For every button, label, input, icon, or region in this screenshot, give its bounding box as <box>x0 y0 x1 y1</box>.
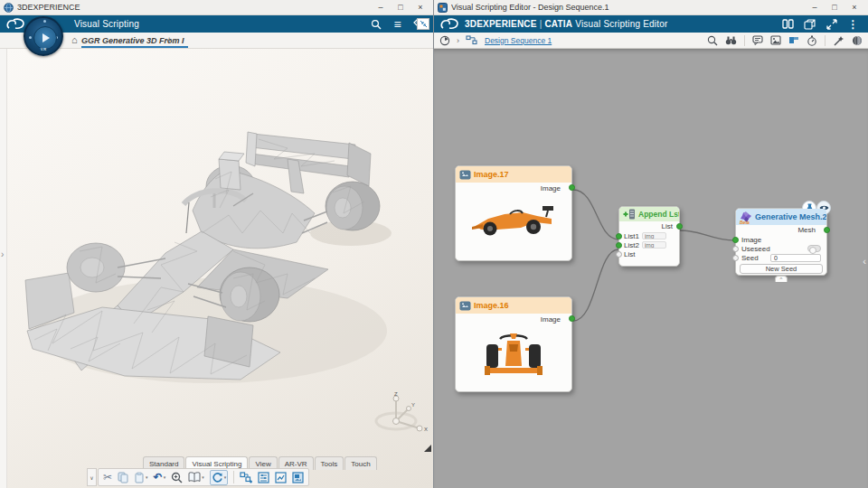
menu-icon[interactable]: ≡ <box>392 18 403 30</box>
magic-wand-icon[interactable] <box>833 35 844 46</box>
list2-value-input[interactable] <box>642 241 666 249</box>
wire-image17-to-list1 <box>573 190 618 239</box>
input-port-useseed[interactable] <box>732 246 739 252</box>
search-icon[interactable] <box>370 18 382 30</box>
input-port-list1[interactable] <box>616 233 622 239</box>
output-port-image[interactable] <box>569 315 575 322</box>
kebab-menu-icon[interactable]: ⋮ <box>847 18 859 30</box>
dropdown-caret[interactable]: ▾ <box>202 474 204 480</box>
collapse-panel-icon[interactable] <box>417 18 429 30</box>
close-button[interactable]: × <box>410 3 430 12</box>
port-label-mesh: Mesh <box>797 226 821 234</box>
output-port-mesh[interactable] <box>824 227 830 233</box>
3dexperience-compass[interactable]: V.R <box>24 16 63 56</box>
parameters-panel-icon[interactable] <box>258 472 269 483</box>
toolbar-separator <box>233 471 234 483</box>
svg-text:X: X <box>424 427 428 432</box>
history-icon[interactable] <box>439 35 450 46</box>
port-label-list1: List1 <box>624 232 639 240</box>
cube-window-icon[interactable] <box>804 18 816 30</box>
svg-text:Y: Y <box>411 402 415 408</box>
document-tab-bar: ⌂ GGR Generative 3D From I + <box>0 33 434 49</box>
node-title: Image.17 <box>474 170 509 179</box>
product-name: CATIA <box>544 19 572 29</box>
zoom-icon[interactable] <box>707 35 718 46</box>
output-port-image[interactable] <box>569 184 575 191</box>
window-3dexperience: 3DEXPERIENCE – □ × Visual Scripting ≡ <box>0 0 434 488</box>
input-port-list-variadic[interactable] <box>616 251 622 258</box>
right-window-title: Visual Scripting Editor - Design Sequenc… <box>451 3 805 12</box>
input-port-seed[interactable] <box>732 255 739 261</box>
seed-value-input[interactable] <box>770 254 821 262</box>
expand-left-panel-icon[interactable]: › <box>1 249 4 259</box>
breadcrumb-chevron-icon: › <box>457 36 459 45</box>
desktop: 3DEXPERIENCE – □ × Visual Scripting ≡ <box>0 0 868 488</box>
pin-pointer-icon[interactable] <box>788 35 799 45</box>
maximize-button[interactable]: □ <box>391 3 410 12</box>
stopwatch-icon[interactable] <box>807 35 817 46</box>
port-label-image: Image <box>541 184 566 192</box>
port-label-useseed: Useseed <box>741 245 770 253</box>
undo-icon[interactable]: ↶ ▾ <box>154 472 166 483</box>
port-label-list2: List2 <box>624 241 639 249</box>
media-view-icon[interactable] <box>292 472 304 483</box>
action-toolbar: ✂ ▾ ↶ ▾ ▾ <box>98 468 309 486</box>
minimize-button[interactable]: – <box>371 3 391 12</box>
breadcrumb-doc-link[interactable]: Design Sequence 1 <box>485 36 552 45</box>
cut-icon[interactable]: ✂ <box>103 472 112 483</box>
add-node-icon[interactable] <box>240 472 252 483</box>
minimize-button[interactable]: – <box>805 3 825 12</box>
right-appbar: 3DEXPERIENCE | CATIA Visual Scripting Ed… <box>434 15 868 33</box>
node-generative-mesh[interactable]: Generative Mesh.2 Beta Mesh Image Usesee… <box>735 208 827 276</box>
editor-name: Visual Scripting Editor <box>575 19 667 29</box>
node-image17[interactable]: Image.17 Image <box>455 165 572 261</box>
fullscreen-icon[interactable] <box>826 18 837 30</box>
left-appbar: Visual Scripting ≡ <box>0 15 434 33</box>
node-expand-chevron[interactable]: ^ <box>775 276 788 282</box>
brand-divider: | <box>540 19 542 29</box>
node-image16[interactable]: Image.16 Image <box>455 296 572 392</box>
node-graph-canvas[interactable]: Image.17 Image <box>434 49 868 488</box>
output-port-list[interactable] <box>676 223 683 230</box>
list1-value-input[interactable] <box>642 232 666 239</box>
svg-text:Z: Z <box>394 391 398 397</box>
new-seed-button[interactable]: New Seed <box>740 264 823 274</box>
dropdown-caret[interactable]: ▾ <box>146 474 148 480</box>
comment-icon[interactable] <box>752 35 763 45</box>
close-button[interactable]: × <box>844 3 864 12</box>
maximize-button[interactable]: □ <box>825 3 844 12</box>
3ds-logo <box>439 17 461 31</box>
port-label-seed: Seed <box>741 254 759 262</box>
new-tab-button[interactable]: + <box>166 34 172 45</box>
script-graph-icon[interactable] <box>466 35 478 45</box>
zoom-area-icon[interactable] <box>171 472 183 483</box>
globe-icon[interactable] <box>852 35 863 46</box>
port-label-list: List <box>624 250 635 258</box>
port-label-image: Image <box>541 315 566 324</box>
split-view-icon[interactable] <box>782 18 794 30</box>
node-title: Image.16 <box>474 301 509 310</box>
wire-list-to-image <box>680 230 735 240</box>
update-icon[interactable]: ▾ <box>210 470 229 485</box>
input-port-image[interactable] <box>732 237 739 243</box>
paste-icon[interactable]: ▾ <box>134 472 148 483</box>
useseed-toggle[interactable] <box>807 245 821 252</box>
bottom-tab-tools[interactable]: Tools <box>315 456 344 470</box>
image-panel-icon[interactable] <box>770 35 781 45</box>
copy-icon[interactable] <box>118 472 128 483</box>
port-label-list-out: List <box>662 222 675 230</box>
toolbar-overflow-icon[interactable]: ∨ <box>87 468 97 486</box>
search-binoculars-icon[interactable] <box>725 35 737 45</box>
chart-view-icon[interactable] <box>275 472 287 483</box>
dropdown-caret[interactable]: ▾ <box>224 474 227 480</box>
expand-right-panel-icon[interactable]: ‹ <box>863 256 866 267</box>
node-append-lists[interactable]: Append Lsts List List1 List2 <box>618 206 680 267</box>
3d-viewport[interactable]: › <box>0 49 434 488</box>
append-node-icon <box>623 209 636 220</box>
wire-image16-to-list2 <box>573 249 618 321</box>
dropdown-caret[interactable]: ▾ <box>164 474 166 480</box>
input-port-list2[interactable] <box>616 242 622 249</box>
home-icon[interactable]: ⌂ <box>71 34 78 45</box>
bottom-tab-touch[interactable]: Touch <box>344 456 376 470</box>
catalog-book-icon[interactable]: ▾ <box>188 472 204 483</box>
